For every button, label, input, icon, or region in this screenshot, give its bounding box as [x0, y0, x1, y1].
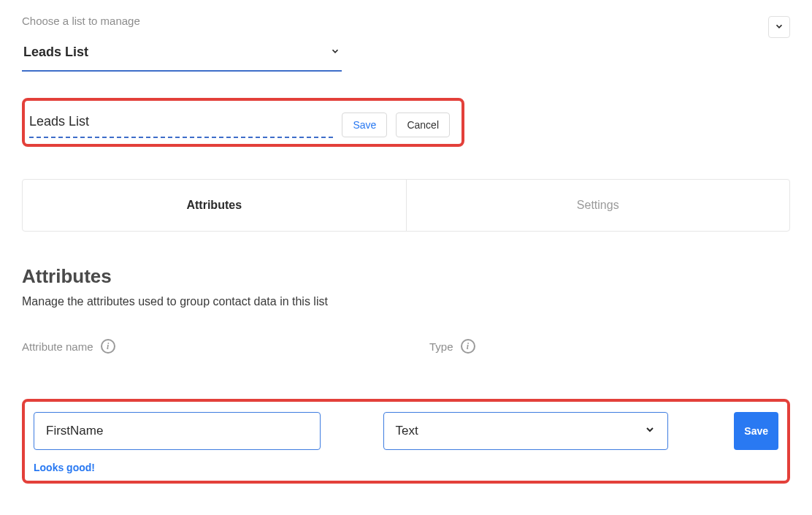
- attribute-type-select[interactable]: Text: [383, 412, 669, 450]
- info-icon[interactable]: i: [461, 339, 475, 354]
- attributes-title: Attributes: [22, 265, 790, 288]
- attribute-save-button[interactable]: Save: [734, 412, 778, 450]
- attributes-subtitle: Manage the attributes used to group cont…: [22, 295, 790, 308]
- info-icon[interactable]: i: [101, 339, 115, 354]
- tabs-container: Attributes Settings: [22, 179, 790, 232]
- rename-list-input[interactable]: [29, 111, 333, 138]
- validation-message: Looks good!: [34, 462, 778, 473]
- list-select-dropdown[interactable]: Leads List: [22, 39, 342, 72]
- attribute-name-input[interactable]: [34, 412, 321, 450]
- column-header-name-label: Attribute name: [22, 340, 93, 353]
- collapse-button[interactable]: [768, 16, 790, 38]
- rename-cancel-button[interactable]: Cancel: [396, 112, 450, 137]
- column-header-attribute-name: Attribute name i: [22, 339, 343, 354]
- chevron-down-icon: [330, 46, 340, 59]
- attribute-row-box: Text Save Looks good!: [22, 399, 790, 484]
- attribute-type-value: Text: [396, 424, 418, 438]
- rename-save-button[interactable]: Save: [342, 112, 387, 137]
- chevron-down-icon: [644, 424, 656, 439]
- column-header-type: Type i: [429, 339, 475, 354]
- chevron-down-icon: [774, 21, 784, 34]
- tab-settings[interactable]: Settings: [407, 180, 790, 231]
- rename-list-box: Save Cancel: [22, 98, 464, 147]
- list-select-value: Leads List: [23, 45, 88, 60]
- column-header-type-label: Type: [429, 340, 453, 353]
- tab-attributes[interactable]: Attributes: [23, 180, 407, 231]
- choose-list-label: Choose a list to manage: [22, 15, 342, 27]
